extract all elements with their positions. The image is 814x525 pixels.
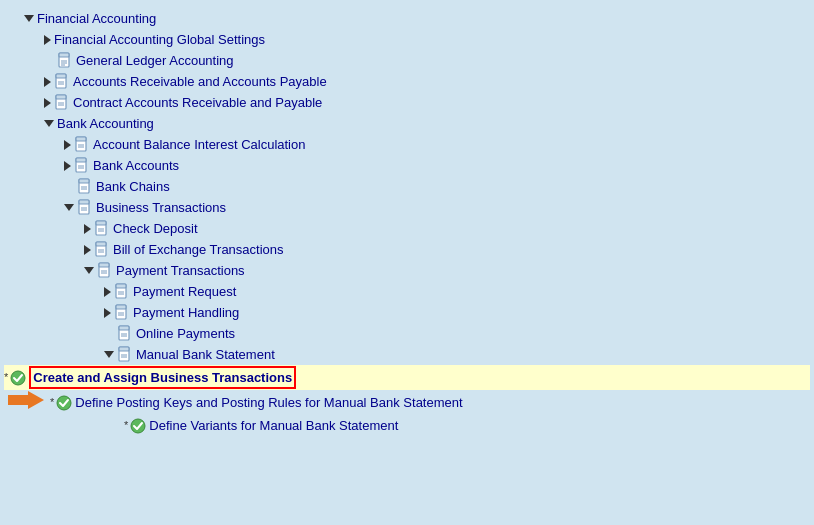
- toggle-check-deposit[interactable]: [84, 224, 91, 234]
- toggle-contract-accounts[interactable]: [44, 98, 51, 108]
- svg-rect-6: [56, 74, 66, 78]
- doc-icon-contract-accounts: [54, 94, 70, 112]
- label-bank-accounting[interactable]: Bank Accounting: [57, 114, 154, 133]
- label-manual-bank-statement[interactable]: Manual Bank Statement: [136, 345, 275, 364]
- tree-item-manual-bank-statement[interactable]: Manual Bank Statement: [4, 344, 810, 365]
- doc-icon-online-payments: [117, 325, 133, 343]
- svg-rect-38: [99, 263, 109, 267]
- doc-icon-bank-chains: [77, 178, 93, 196]
- tree-item-business-transactions[interactable]: Business Transactions: [4, 197, 810, 218]
- green-icon-create-assign: [10, 370, 26, 386]
- tree-item-account-balance[interactable]: Account Balance Interest Calculation: [4, 134, 810, 155]
- doc-icon-bill-of-exchange: [94, 241, 110, 259]
- doc-icon-check-deposit: [94, 220, 110, 238]
- toggle-payment-handling[interactable]: [104, 308, 111, 318]
- svg-rect-46: [116, 305, 126, 309]
- label-accounts-receivable[interactable]: Accounts Receivable and Accounts Payable: [73, 72, 327, 91]
- toggle-bank-accounts[interactable]: [64, 161, 71, 171]
- label-payment-transactions[interactable]: Payment Transactions: [116, 261, 245, 280]
- svg-rect-14: [76, 137, 86, 141]
- toggle-bank-accounting[interactable]: [44, 120, 54, 127]
- tree-item-general-ledger[interactable]: General Ledger Accounting: [4, 50, 810, 71]
- doc-icon-payment-transactions: [97, 262, 113, 280]
- label-financial-accounting[interactable]: Financial Accounting: [37, 9, 156, 28]
- doc-icon-account-balance: [74, 136, 90, 154]
- tree-item-create-assign[interactable]: * Create and Assign Business Transaction…: [4, 365, 810, 390]
- label-payment-request[interactable]: Payment Request: [133, 282, 236, 301]
- tree-container: Financial Accounting Financial Accountin…: [0, 0, 814, 525]
- svg-rect-18: [76, 158, 86, 162]
- green-icon-define-variants: [130, 418, 146, 434]
- doc-icon-business-transactions: [77, 199, 93, 217]
- orange-arrow-icon: [8, 391, 44, 414]
- svg-rect-1: [59, 53, 69, 57]
- tree-item-check-deposit[interactable]: Check Deposit: [4, 218, 810, 239]
- svg-rect-10: [56, 95, 66, 99]
- label-online-payments[interactable]: Online Payments: [136, 324, 235, 343]
- tree-item-payment-handling[interactable]: Payment Handling: [4, 302, 810, 323]
- tree-item-online-payments[interactable]: Online Payments: [4, 323, 810, 344]
- tree-item-accounts-receivable[interactable]: Accounts Receivable and Accounts Payable: [4, 71, 810, 92]
- toggle-account-balance[interactable]: [64, 140, 71, 150]
- tree-item-define-posting-keys[interactable]: * Define Posting Keys and Posting Rules …: [4, 390, 810, 415]
- doc-icon-payment-request: [114, 283, 130, 301]
- label-bank-chains[interactable]: Bank Chains: [96, 177, 170, 196]
- toggle-payment-request[interactable]: [104, 287, 111, 297]
- tree-item-fa-global-settings[interactable]: Financial Accounting Global Settings: [4, 29, 810, 50]
- tree-item-contract-accounts[interactable]: Contract Accounts Receivable and Payable: [4, 92, 810, 113]
- label-check-deposit[interactable]: Check Deposit: [113, 219, 198, 238]
- toggle-accounts-receivable[interactable]: [44, 77, 51, 87]
- label-define-variants[interactable]: Define Variants for Manual Bank Statemen…: [149, 416, 398, 435]
- tree-item-payment-request[interactable]: Payment Request: [4, 281, 810, 302]
- label-business-transactions[interactable]: Business Transactions: [96, 198, 226, 217]
- tree-item-bank-accounts[interactable]: Bank Accounts: [4, 155, 810, 176]
- doc-icon-manual-bank-statement: [117, 346, 133, 364]
- svg-rect-50: [119, 326, 129, 330]
- doc-icon-bank-accounts: [74, 157, 90, 175]
- label-bill-of-exchange[interactable]: Bill of Exchange Transactions: [113, 240, 284, 259]
- red-box-create-assign: Create and Assign Business Transactions: [29, 366, 296, 389]
- label-general-ledger[interactable]: General Ledger Accounting: [76, 51, 234, 70]
- tree-item-payment-transactions[interactable]: Payment Transactions: [4, 260, 810, 281]
- label-account-balance[interactable]: Account Balance Interest Calculation: [93, 135, 305, 154]
- tree-item-bill-of-exchange[interactable]: Bill of Exchange Transactions: [4, 239, 810, 260]
- doc-icon-accounts-receivable: [54, 73, 70, 91]
- svg-rect-30: [96, 221, 106, 225]
- svg-marker-58: [8, 391, 44, 409]
- label-define-posting-keys[interactable]: Define Posting Keys and Posting Rules fo…: [75, 393, 462, 412]
- label-bank-accounts[interactable]: Bank Accounts: [93, 156, 179, 175]
- star-define-posting-keys: *: [50, 393, 54, 412]
- label-fa-global-settings[interactable]: Financial Accounting Global Settings: [54, 30, 265, 49]
- label-payment-handling[interactable]: Payment Handling: [133, 303, 239, 322]
- toggle-financial-accounting[interactable]: [24, 15, 34, 22]
- toggle-payment-transactions[interactable]: [84, 267, 94, 274]
- svg-rect-42: [116, 284, 126, 288]
- tree-item-financial-accounting[interactable]: Financial Accounting: [4, 8, 810, 29]
- toggle-manual-bank-statement[interactable]: [104, 351, 114, 358]
- doc-icon-general-ledger: [57, 52, 73, 70]
- svg-rect-34: [96, 242, 106, 246]
- doc-icon-payment-handling: [114, 304, 130, 322]
- star-create-assign: *: [4, 368, 8, 387]
- tree-item-bank-chains[interactable]: Bank Chains: [4, 176, 810, 197]
- label-create-assign[interactable]: Create and Assign Business Transactions: [33, 370, 292, 385]
- tree-item-define-variants[interactable]: * Define Variants for Manual Bank Statem…: [4, 415, 810, 436]
- svg-rect-54: [119, 347, 129, 351]
- star-define-variants: *: [124, 416, 128, 435]
- svg-rect-22: [79, 179, 89, 183]
- toggle-fa-global-settings[interactable]: [44, 35, 51, 45]
- label-contract-accounts[interactable]: Contract Accounts Receivable and Payable: [73, 93, 322, 112]
- green-icon-define-posting-keys: [56, 395, 72, 411]
- toggle-bill-of-exchange[interactable]: [84, 245, 91, 255]
- toggle-business-transactions[interactable]: [64, 204, 74, 211]
- svg-rect-26: [79, 200, 89, 204]
- tree-item-bank-accounting[interactable]: Bank Accounting: [4, 113, 810, 134]
